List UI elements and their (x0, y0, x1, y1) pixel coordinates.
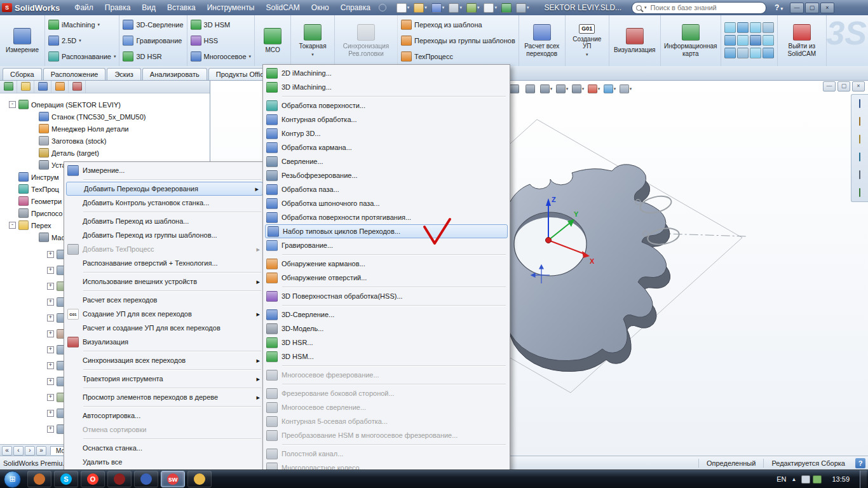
document-recovery-icon[interactable] (859, 189, 860, 196)
search-dropdown-icon[interactable]: ▾ (644, 5, 647, 10)
sub-profile-milling[interactable]: Контурная обработка... (264, 112, 508, 126)
context-menu-item[interactable] (65, 349, 264, 353)
menu-edit[interactable]: Правка (99, 1, 137, 15)
appearances-icon[interactable] (587, 83, 601, 95)
measure-button[interactable]: Измерение (6, 28, 39, 54)
sub-hss[interactable]: 3D Поверхностная обработка(HSS)... (264, 289, 508, 303)
taskbar-app-1[interactable] (27, 471, 51, 487)
submenu-item[interactable] (264, 303, 508, 308)
rebuild-icon[interactable] (500, 3, 513, 13)
close-button[interactable]: × (820, 3, 834, 13)
tree-expander[interactable]: + (47, 394, 54, 401)
open-icon[interactable] (412, 3, 428, 13)
techprocess-button[interactable]: ТехПроцесс (401, 50, 453, 62)
doc-minimize-button[interactable]: — (823, 81, 836, 92)
tree-expander[interactable]: + (47, 346, 54, 353)
tab-assembly[interactable]: Сборка (3, 68, 42, 80)
tray-icon-2[interactable] (813, 475, 822, 484)
new-document-icon[interactable] (395, 3, 411, 13)
start-button[interactable]: ⊞ (4, 471, 21, 488)
ctx-delete-all[interactable]: Удалить все (65, 455, 264, 469)
ctx-measure[interactable]: Измерение... (65, 163, 264, 177)
taskbar-app-3[interactable] (134, 471, 158, 487)
menu-view[interactable]: Вид (136, 1, 161, 15)
sim-icon-10[interactable] (737, 48, 749, 58)
tree-expander[interactable]: + (47, 315, 54, 322)
ribbon-hss-button[interactable]: HSS (191, 34, 219, 46)
sub-typical-cycles[interactable]: Набор типовых циклов Переходов... (265, 224, 508, 238)
submenu-item[interactable] (264, 363, 508, 368)
tree-expander[interactable]: + (47, 267, 54, 274)
menu-file[interactable]: Файл (69, 1, 99, 15)
save-icon[interactable] (430, 3, 446, 13)
sim-icon-7[interactable] (750, 35, 761, 46)
search-input[interactable] (649, 3, 762, 12)
submenu-item[interactable] (264, 252, 508, 257)
ctx-toolpath[interactable]: Траектория инструмента (65, 372, 264, 386)
sub-contour-3d[interactable]: Контур 3D... (264, 126, 508, 140)
menu-insert[interactable]: Вставка (161, 1, 201, 15)
submenu-item[interactable] (264, 285, 508, 289)
op-from-template-button[interactable]: Переход из шаблона (401, 19, 482, 31)
ribbon-3d-hsr-button[interactable]: 3D HSR (123, 50, 161, 62)
sim-icon-2[interactable] (737, 22, 749, 33)
context-menu-item[interactable] (65, 367, 264, 372)
scene-icon[interactable] (602, 83, 617, 95)
sub-drilling[interactable]: Сверление... (264, 154, 508, 168)
print-icon[interactable] (447, 3, 463, 13)
hidden-icons-arrow[interactable]: ▲ (792, 477, 797, 482)
taskbar-app-4[interactable] (187, 471, 212, 487)
context-menu-item[interactable] (65, 270, 264, 274)
menu-window[interactable]: Окно (306, 1, 335, 15)
status-help-icon[interactable]: ? (855, 458, 865, 468)
tree-target[interactable]: Деталь (target) (0, 147, 208, 159)
ribbon-3d-drilling-button[interactable]: 3D-Сверление (123, 19, 183, 31)
ctx-simulation[interactable]: Визуализация (65, 335, 264, 349)
submenu-item[interactable] (264, 382, 508, 386)
knowledge-search[interactable]: ▾ (632, 2, 766, 14)
sub-swarf-milling[interactable]: Фрезерование боковой стороной... (264, 386, 508, 400)
configuration-manager-tab[interactable] (51, 80, 69, 93)
ribbon-engraving-button[interactable]: Гравирование (123, 34, 182, 46)
tree-stock[interactable]: Заготовка (stock) (0, 135, 208, 147)
sub-3d-hsm[interactable]: 3D HSM... (264, 349, 508, 363)
ctx-autosort[interactable]: Автосортировка... (65, 409, 264, 423)
sub-5axis-contour[interactable]: Контурная 5-осевая обработка... (264, 414, 508, 428)
tab-sketch[interactable]: Эскиз (107, 68, 140, 80)
ctx-add-machine-control[interactable]: Добавить Контроль установок станка... (65, 196, 264, 210)
appearances-icon[interactable] (859, 153, 860, 161)
two-five-d-button[interactable]: 2.5D (48, 34, 81, 46)
visualization-button[interactable]: Визуализация (614, 28, 655, 54)
dimxpert-manager-tab[interactable] (69, 80, 86, 93)
sub-multiaxis-milling[interactable]: Многоосевое фрезерование... (264, 368, 508, 382)
tab-layout[interactable]: Расположение (43, 68, 106, 80)
tree-expander[interactable]: + (47, 426, 54, 433)
sub-3d-imachining[interactable]: 3D iMachining... (264, 80, 508, 94)
context-menu-item[interactable] (65, 288, 264, 293)
sim-icon-3[interactable] (750, 22, 761, 33)
ctx-add-milling-operations[interactable]: Добавить Переходы Фрезерования (66, 182, 263, 196)
menu-tools[interactable]: Инструменты (201, 1, 261, 15)
view-settings-icon[interactable] (618, 83, 633, 95)
nav-arrow-button[interactable]: › (25, 446, 35, 456)
ribbon-3d-hsm-button[interactable]: 3D HSM (191, 19, 231, 31)
property-manager-tab[interactable] (34, 80, 51, 93)
select-arrow-icon[interactable] (482, 3, 498, 13)
tree-zero-manager[interactable]: Менеджер Ноля детали (0, 123, 208, 135)
turning-button[interactable]: Токарная ▾ (299, 24, 326, 57)
sub-thread-milling[interactable]: Резьбофрезерование... (264, 168, 508, 182)
zoom-area-icon[interactable] (523, 83, 538, 95)
context-menu-item[interactable] (65, 404, 264, 409)
help-button[interactable]: ? (771, 3, 786, 13)
recognition-button[interactable]: Распознавание (48, 50, 116, 62)
ctx-external-devices[interactable]: Использование внешних устройств (65, 274, 264, 288)
ctx-calculate-all[interactable]: Расчет всех переходов (65, 293, 264, 307)
sub-3d-drilling[interactable]: 3D-Сверление... (264, 308, 508, 322)
context-menu-item[interactable] (65, 210, 264, 214)
tab-evaluate[interactable]: Анализировать (142, 68, 207, 80)
show-desktop-button[interactable] (860, 470, 867, 488)
doc-close-button[interactable]: × (852, 81, 865, 92)
display-style-icon[interactable] (555, 83, 569, 95)
context-menu-item[interactable] (65, 177, 264, 182)
sub-port-machining[interactable]: Полостной канал... (264, 447, 508, 461)
